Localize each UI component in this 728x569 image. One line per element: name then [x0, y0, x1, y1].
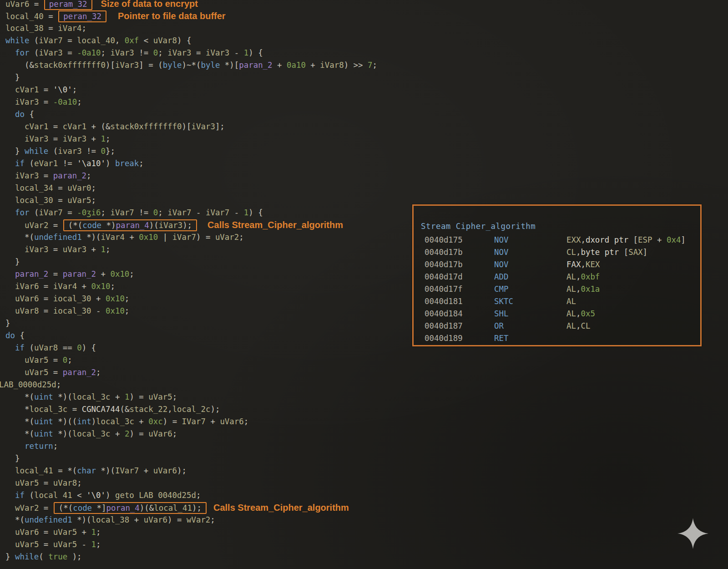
asm-token: ]: [681, 235, 685, 244]
code-line[interactable]: if (local 41 < '\0') geto LAB 0040d25d;: [5, 489, 377, 502]
code-token: *)(: [53, 429, 72, 438]
asm-row: 0040d184SHLAL,0x5: [425, 308, 698, 320]
code-token: iVar3: [63, 134, 91, 143]
code-token: iVar6: [15, 282, 44, 291]
code-line[interactable]: uVar5 = 0;: [5, 354, 377, 366]
asm-token: FAX: [566, 260, 581, 269]
code-line[interactable]: do {: [5, 108, 377, 121]
code-token: }: [15, 257, 20, 266]
code-line[interactable]: *(uint *)(local_3c + 2) = uVar6;: [5, 428, 377, 440]
code-line[interactable]: } while (ivar3 != 0};: [5, 145, 377, 157]
code-line[interactable]: uVar6 = uVar5 + 1;: [5, 526, 377, 539]
code-line[interactable]: return;: [5, 440, 377, 452]
code-line[interactable]: if (uVar8 == 0) {: [5, 342, 377, 354]
code-line[interactable]: for (iVar7 = -0ʒi6; iVar7 != 0; iVar7 - …: [5, 207, 377, 219]
code-token: *(: [25, 233, 34, 242]
code-line[interactable]: iVar3 = iVar3 + 1;: [5, 133, 377, 145]
code-token: +: [91, 134, 101, 143]
code-line[interactable]: *(undefined1 *)(iVar4 + 0x10 | iVar7) = …: [5, 231, 377, 244]
code-line[interactable]: while (iVar7 = local_40, 0xf < uVar8) {: [5, 35, 377, 47]
code-line[interactable]: iVar3 = uVar3 + 1;: [5, 244, 377, 256]
code-token: =: [196, 48, 206, 57]
code-token: local_3c: [29, 405, 67, 414]
code-token: uVar5: [25, 368, 53, 377]
code-token: (*(: [68, 221, 82, 230]
code-token: *)(: [72, 515, 91, 524]
code-line[interactable]: local_40 = peran_32Pointer to file data …: [5, 10, 377, 22]
code-line[interactable]: for (iVar3 = -0a10; iVar3 != 0; iVar3 = …: [5, 47, 377, 59]
code-line[interactable]: }: [5, 71, 377, 84]
code-token: +: [273, 61, 287, 70]
code-token: uVar5: [25, 356, 53, 365]
code-line[interactable]: *(uint *)(local_3c + 1) = uVar5;: [5, 391, 377, 403]
code-token: =: [44, 503, 53, 513]
code-token: +: [111, 392, 125, 401]
code-line[interactable]: }: [5, 256, 377, 268]
code-line[interactable]: uVar5 = paran_2;: [5, 366, 377, 379]
code-line[interactable]: wVar2 = (*(code *]poran_4)(&local_41);Ca…: [5, 502, 377, 514]
code-line[interactable]: local_41 = *(char *)(IVar7 + uVar6);: [5, 465, 377, 477]
asm-token: EXX: [566, 235, 581, 244]
code-line[interactable]: } while( true );: [5, 551, 377, 563]
code-token: ) =: [163, 417, 182, 426]
code-line[interactable]: uVar5 = uVar5 - 1;: [5, 539, 377, 551]
asm-token: AL: [566, 321, 576, 330]
code-token: 0: [153, 208, 158, 217]
code-line[interactable]: uVar2 = (*(code *)paran_4)(iVar3);Calls …: [5, 219, 377, 231]
code-token: uVar2: [215, 233, 239, 242]
code-token: '\0': [53, 85, 72, 94]
code-token: -: [96, 306, 106, 315]
code-line[interactable]: uVar6 = iocal_30 + 0x10;: [5, 293, 377, 305]
asm-token: ]: [643, 248, 647, 257]
code-line[interactable]: uVar6 = peram_32Size of data to encrypt: [5, 0, 377, 10]
code-line[interactable]: *(undefined1 *)(local_38 + uVar6) = wVar…: [5, 514, 377, 526]
code-token: local_38: [91, 515, 130, 524]
code-line[interactable]: if (eVar1 != '\a10') break;: [5, 157, 377, 170]
code-token: byle: [201, 61, 220, 70]
asm-address: 0040d17d: [425, 271, 494, 283]
asm-mnemonic: SHL: [494, 308, 566, 320]
code-token: ;: [101, 48, 111, 57]
code-line[interactable]: *(uint *)((int)local_3c + 0xc) = IVar7 +…: [5, 416, 377, 428]
code-line[interactable]: }: [5, 452, 377, 465]
code-token: 1: [91, 540, 96, 549]
code-token: ;: [96, 540, 101, 549]
code-token: IVar7: [182, 417, 206, 426]
code-token: iVar3: [25, 245, 53, 254]
code-token: uVar6: [15, 294, 44, 303]
code-line[interactable]: paran_2 = paran_2 + 0x10;: [5, 268, 377, 280]
code-token: ;: [158, 48, 167, 57]
code-token: }: [5, 319, 10, 328]
asm-address: 0040d181: [425, 295, 494, 308]
code-token: ;: [53, 442, 58, 451]
asm-token: 0xbf: [581, 272, 600, 281]
asm-mnemonic: CMP: [494, 283, 566, 295]
code-label-line[interactable]: LAB_0000d25d;: [0, 379, 377, 391]
code-line[interactable]: cVar1 = cVar1 + (&stack0xfffffff0)[iVar3…: [5, 121, 377, 133]
code-line[interactable]: do {: [5, 330, 377, 342]
code-line[interactable]: local_38 = iVar4;: [5, 22, 377, 35]
code-token: =: [67, 208, 77, 217]
code-line[interactable]: (&stack0xfffffff0)[iVar3] = (byle)~*(byl…: [5, 59, 377, 71]
code-line[interactable]: iVar3 = paran_2;: [5, 170, 377, 182]
code-line[interactable]: *local_3c = CGNCA744(&stack_22,local_2c)…: [5, 403, 377, 416]
code-line[interactable]: iVar3 = -0a10;: [5, 96, 377, 108]
code-line[interactable]: cVar1 = '\0';: [5, 84, 377, 96]
code-token: ) {: [248, 208, 263, 217]
code-line[interactable]: iVar6 = iVar4 + 0x10;: [5, 280, 377, 293]
code-line[interactable]: local_30 = uVar5;: [5, 194, 377, 207]
code-token: ;: [101, 208, 111, 217]
annotation-label: Pointer to file data buffer: [118, 11, 226, 21]
code-token: *(: [25, 417, 34, 426]
code-token: paran_2: [63, 368, 96, 377]
code-token: ;: [67, 356, 72, 365]
code-line[interactable]: }: [5, 317, 377, 330]
code-line[interactable]: uVar5 = uVar8;: [5, 477, 377, 489]
asm-token: CL: [566, 248, 576, 257]
code-line[interactable]: local_34 = uVar0;: [5, 182, 377, 194]
code-token: =: [58, 196, 67, 205]
code-token: stack0xfffffff0: [34, 61, 106, 70]
code-line[interactable]: uVar8 = iocal_30 - 0x10;: [5, 305, 377, 317]
code-token: ;: [125, 294, 129, 303]
code-token: ) {: [248, 48, 263, 57]
